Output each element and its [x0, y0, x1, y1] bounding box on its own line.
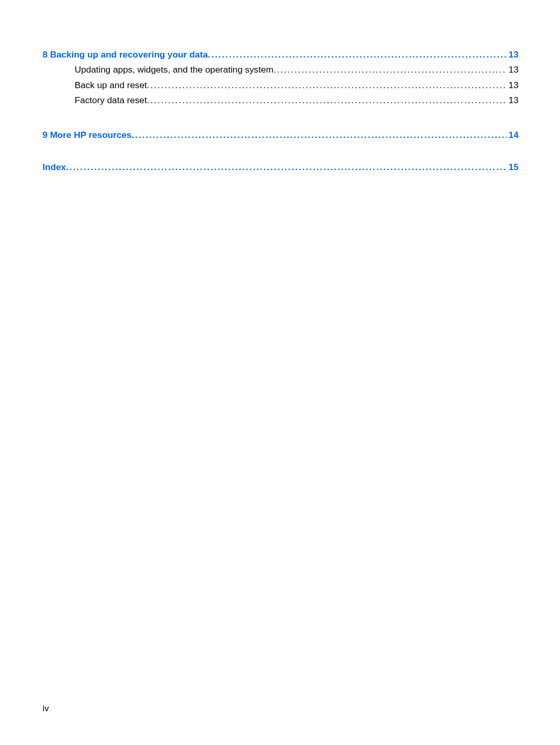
- toc-leader-dots: [273, 63, 506, 77]
- toc-leader-dots: [147, 78, 506, 92]
- toc-entry-chapter-9[interactable]: 9 More HP resources 14: [43, 128, 519, 142]
- toc-entry-title: Updating apps, widgets, and the operatin…: [75, 63, 273, 77]
- toc-entry-title: Back up and reset: [75, 78, 147, 92]
- toc-entry-page: 13: [507, 48, 519, 62]
- toc-entry-page: 14: [507, 128, 519, 142]
- toc-leader-dots: [147, 93, 506, 107]
- toc-entry-chapter-8[interactable]: 8 Backing up and recovering your data 13: [43, 48, 519, 62]
- toc-entry-back-up-reset[interactable]: Back up and reset 13: [75, 78, 519, 92]
- toc-leader-dots: [208, 48, 507, 62]
- toc-leader-dots: [132, 128, 507, 142]
- toc-entry-title: 9 More HP resources: [43, 128, 132, 142]
- toc-entry-title: Factory data reset: [75, 93, 147, 107]
- toc-entry-index[interactable]: Index 15: [43, 160, 519, 174]
- toc-entry-updating-apps[interactable]: Updating apps, widgets, and the operatin…: [75, 63, 519, 77]
- toc-entry-factory-reset[interactable]: Factory data reset 13: [75, 93, 519, 107]
- document-page: 8 Backing up and recovering your data 13…: [0, 0, 560, 745]
- toc-section-8: 8 Backing up and recovering your data 13…: [43, 48, 519, 107]
- toc-leader-dots: [66, 160, 507, 174]
- toc-entry-title: 8 Backing up and recovering your data: [43, 48, 208, 62]
- page-number: iv: [43, 704, 49, 714]
- toc-entry-page: 13: [507, 93, 519, 107]
- toc-entry-page: 13: [507, 63, 519, 77]
- toc-entry-page: 13: [507, 78, 519, 92]
- toc-entry-page: 15: [507, 160, 519, 174]
- toc-entry-title: Index: [43, 160, 66, 174]
